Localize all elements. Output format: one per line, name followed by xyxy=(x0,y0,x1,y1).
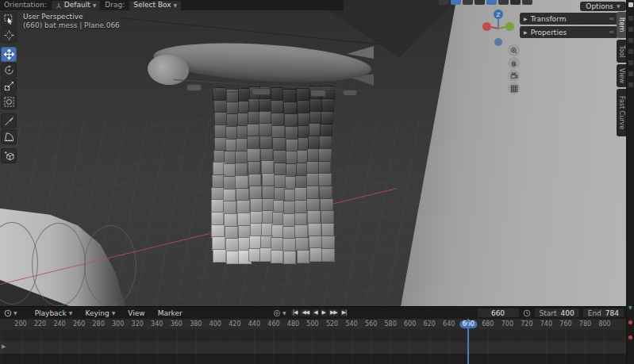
frame-ruler[interactable]: 2002202402602803003203403603804004204404… xyxy=(0,319,634,329)
toggle-icon[interactable] xyxy=(498,0,509,5)
svg-text:Z: Z xyxy=(497,12,501,18)
camera-button[interactable] xyxy=(508,70,520,82)
tool-annotate[interactable] xyxy=(1,113,17,128)
toggle-icon[interactable] xyxy=(451,0,461,5)
drag-mode-dropdown[interactable]: Select Box ▼ xyxy=(129,1,181,10)
timeline-menu-view[interactable]: View xyxy=(121,309,151,317)
timeline-menu-marker[interactable]: Marker xyxy=(152,309,189,317)
toggle-ortho-button[interactable] xyxy=(508,82,520,94)
start-label: Start xyxy=(540,309,557,317)
editor-tab-icon[interactable] xyxy=(628,60,633,65)
current-frame-value: 660 xyxy=(491,309,505,317)
ruler-tick: 460 xyxy=(265,320,282,328)
chevron-down-icon: ▼ xyxy=(282,311,286,316)
editor-tab-icon[interactable] xyxy=(628,38,633,43)
timeline-tracks[interactable] xyxy=(0,329,634,364)
ruler-tick: 500 xyxy=(304,320,321,328)
editor-tab-icon[interactable] xyxy=(628,71,633,76)
timeline-editor[interactable]: ▼ Playback▼Keying▼ViewMarker ▼ |◀◀◀◀▶▶▶▶… xyxy=(0,306,634,364)
tool-select-box[interactable] xyxy=(1,12,17,27)
ruler-tick: 740 xyxy=(538,320,555,328)
play-button[interactable]: ▶ xyxy=(321,309,327,316)
options-button[interactable]: Options ▼ xyxy=(580,2,626,11)
jump-to-start-button[interactable]: |◀ xyxy=(291,309,299,316)
menu-label: Keying xyxy=(85,309,109,317)
jump-to-next-keyframe-button[interactable]: ▶▶ xyxy=(329,309,339,316)
editor-tab-icon[interactable] xyxy=(628,2,633,7)
engine-pod xyxy=(186,84,202,91)
navigation-gizmo[interactable]: Z xyxy=(479,6,517,49)
auto-keying-icon[interactable] xyxy=(273,309,281,317)
editor-tab-icon[interactable] xyxy=(628,16,633,21)
toggle-icon[interactable] xyxy=(463,0,473,5)
properties-panel-header[interactable]: ▶ Properties ≡ xyxy=(520,26,618,38)
timeline-menu-keying[interactable]: Keying▼ xyxy=(79,309,121,317)
ruler-tick: 240 xyxy=(51,320,67,328)
axes-icon xyxy=(56,2,62,9)
jump-to-prev-keyframe-button[interactable]: ◀◀ xyxy=(300,309,310,316)
ruler-tick: 640 xyxy=(440,320,457,328)
toggle-icon[interactable] xyxy=(439,0,449,5)
tool-transform[interactable] xyxy=(1,94,17,109)
header-toggle-icons[interactable] xyxy=(439,0,532,5)
playhead[interactable] xyxy=(467,319,469,364)
ruler-tick: 520 xyxy=(324,320,340,328)
ruler-tick: 440 xyxy=(246,320,263,328)
ruler-tick: 780 xyxy=(577,320,594,328)
tool-add-cube[interactable] xyxy=(1,148,17,163)
ruler-tick: 400 xyxy=(207,320,224,328)
transport-controls: ▼ |◀◀◀◀▶▶▶▶| xyxy=(273,307,348,319)
zeppelin-mesh[interactable] xyxy=(147,38,385,102)
clock-icon xyxy=(4,309,12,317)
editor-type-dropdown[interactable]: ▼ xyxy=(4,309,17,317)
chevron-down-icon: ▼ xyxy=(13,311,17,316)
panel-label: Properties xyxy=(531,29,606,36)
menu-label: View xyxy=(128,309,144,317)
channel-expander-icon[interactable]: ▶ xyxy=(2,343,6,350)
red-dot-icon[interactable] xyxy=(628,320,632,324)
tool-scale[interactable] xyxy=(1,79,17,94)
toggle-icon[interactable] xyxy=(486,0,497,5)
ruler-tick: 480 xyxy=(285,320,302,328)
editor-tab-icon[interactable] xyxy=(628,49,633,54)
menu-label: Playback xyxy=(35,309,67,317)
ruler-tick: 320 xyxy=(129,320,146,328)
tool-measure[interactable] xyxy=(1,129,17,144)
blender-window: User Perspective (660) bat mess | Plane.… xyxy=(0,0,634,364)
expand-arrow-icon: ▶ xyxy=(524,29,528,35)
curtain-cube xyxy=(271,250,284,263)
cube-curtain-mesh[interactable] xyxy=(213,87,336,266)
end-frame-field[interactable]: End 784 xyxy=(583,308,624,317)
tool-cursor[interactable] xyxy=(1,28,17,43)
timeline-menu-playback[interactable]: Playback▼ xyxy=(29,309,79,317)
tool-rotate[interactable] xyxy=(1,63,17,78)
frame-range-controls: 660 Start 400 End 784 xyxy=(478,308,624,318)
viewport-3d[interactable]: User Perspective (660) bat mess | Plane.… xyxy=(0,0,634,306)
force-field-circle[interactable] xyxy=(84,225,136,306)
gizmo-x-axis xyxy=(482,22,491,31)
transform-panel-header[interactable]: ▶ Transform ≡ xyxy=(520,13,618,25)
ruler-tick: 200 xyxy=(12,320,29,328)
expand-arrow-icon: ▶ xyxy=(524,16,528,21)
red-dot-icon[interactable] xyxy=(628,335,632,339)
toggle-icon[interactable] xyxy=(510,0,521,5)
green-triangle-icon[interactable]: ▼ xyxy=(628,305,632,310)
orientation-dropdown[interactable]: Default ▼ xyxy=(52,1,101,10)
toggle-icon[interactable] xyxy=(475,0,485,5)
ruler-tick: 720 xyxy=(518,320,535,328)
force-field-circle[interactable] xyxy=(32,223,86,306)
ruler-tick: 380 xyxy=(187,320,204,328)
zoom-button[interactable] xyxy=(508,44,520,56)
editor-tab-icon[interactable] xyxy=(628,27,633,32)
toggle-icon[interactable] xyxy=(522,0,532,5)
grip-icon: ≡ xyxy=(609,15,614,22)
engine-pod xyxy=(310,90,326,97)
right-editor-strip[interactable]: ▼ xyxy=(626,0,634,364)
current-frame-field[interactable]: 660 xyxy=(478,308,519,317)
pan-button[interactable] xyxy=(508,57,520,69)
play-reverse-button[interactable]: ◀ xyxy=(312,309,318,316)
jump-to-end-button[interactable]: ▶| xyxy=(340,309,348,316)
editor-tab-icon[interactable] xyxy=(628,82,633,87)
start-frame-field[interactable]: Start 400 xyxy=(535,308,579,317)
tool-move[interactable] xyxy=(1,47,17,62)
